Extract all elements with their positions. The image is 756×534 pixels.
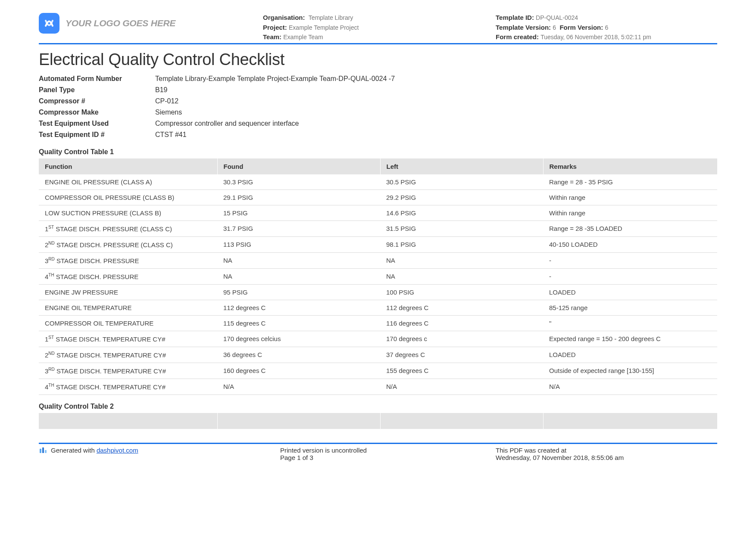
template-version-value: 6 bbox=[553, 24, 556, 31]
table-row: COMPRESSOR OIL TEMPERATURE115 degrees C1… bbox=[39, 315, 717, 331]
table-row: ENGINE OIL TEMPERATURE112 degrees C112 d… bbox=[39, 300, 717, 315]
footer-generated-prefix: Generated with bbox=[51, 447, 97, 454]
cell-remarks: 40-150 LOADED bbox=[543, 236, 717, 252]
quality-control-table-2 bbox=[39, 413, 717, 429]
cell-left: 170 degrees c bbox=[380, 331, 543, 347]
header: YOUR LOGO GOES HERE Organisation: Templa… bbox=[39, 13, 717, 44]
cell-remarks: - bbox=[543, 268, 717, 284]
col-blank-2 bbox=[217, 413, 380, 429]
project-value: Example Template Project bbox=[289, 24, 359, 31]
page-title: Electrical Quality Control Checklist bbox=[39, 50, 717, 69]
cell-left: 98.1 PSIG bbox=[380, 236, 543, 252]
col-remarks: Remarks bbox=[543, 158, 717, 174]
cell-found: 29.1 PSIG bbox=[217, 189, 380, 205]
cell-left: 29.2 PSIG bbox=[380, 189, 543, 205]
cell-remarks: Within range bbox=[543, 189, 717, 205]
info-row: Test Equipment UsedCompressor controller… bbox=[39, 118, 717, 129]
cell-function: 3RD STAGE DISCH. TEMPERATURE CY# bbox=[39, 363, 217, 379]
info-row: Automated Form NumberTemplate Library-Ex… bbox=[39, 73, 717, 84]
team-label: Team: bbox=[263, 33, 281, 40]
cell-left: 112 degrees C bbox=[380, 300, 543, 315]
cell-function: ENGINE JW PRESSURE bbox=[39, 284, 217, 300]
cell-function: ENGINE OIL TEMPERATURE bbox=[39, 300, 217, 315]
footer-created-label: This PDF was created at bbox=[496, 447, 717, 454]
cell-remarks: Range = 28 -35 LOADED bbox=[543, 220, 717, 236]
cell-left: N/A bbox=[380, 379, 543, 394]
cell-left: 14.6 PSIG bbox=[380, 205, 543, 220]
org-label: Organisation: bbox=[263, 14, 305, 21]
info-value: CTST #41 bbox=[155, 131, 717, 139]
quality-control-table-1: Function Found Left Remarks ENGINE OIL P… bbox=[39, 158, 717, 395]
cell-left: 100 PSIG bbox=[380, 284, 543, 300]
table-row: ENGINE JW PRESSURE95 PSIG100 PSIGLOADED bbox=[39, 284, 717, 300]
col-blank-1 bbox=[39, 413, 217, 429]
cell-remarks: Range = 28 - 35 PSIG bbox=[543, 174, 717, 190]
team-value: Example Team bbox=[283, 34, 323, 40]
cell-found: 170 degrees celcius bbox=[217, 331, 380, 347]
info-value: Compressor controller and sequencer inte… bbox=[155, 120, 717, 127]
footer-generated: Generated with dashpivot.com bbox=[39, 447, 280, 461]
table-row: COMPRESSOR OIL PRESSURE (CLASS B)29.1 PS… bbox=[39, 189, 717, 205]
cell-found: 30.3 PSIG bbox=[217, 174, 380, 190]
template-id-value: DP-QUAL-0024 bbox=[536, 14, 578, 21]
cell-found: NA bbox=[217, 268, 380, 284]
info-label: Automated Form Number bbox=[39, 75, 155, 83]
cell-found: N/A bbox=[217, 379, 380, 394]
form-created-label: Form created: bbox=[496, 33, 539, 40]
cell-function: 4TH STAGE DISCH. TEMPERATURE CY# bbox=[39, 379, 217, 394]
template-id-label: Template ID: bbox=[496, 14, 534, 21]
col-left: Left bbox=[380, 158, 543, 174]
cell-function: 2ND STAGE DISCH. PRESSURE (CLASS C) bbox=[39, 236, 217, 252]
svg-rect-1 bbox=[42, 447, 44, 453]
table-row: 2ND STAGE DISCH. TEMPERATURE CY#36 degre… bbox=[39, 347, 717, 363]
info-value: B19 bbox=[155, 86, 717, 94]
footer-page-info: Printed version is uncontrolled Page 1 o… bbox=[280, 447, 496, 461]
template-version-label: Template Version: bbox=[496, 24, 551, 31]
cell-found: 113 PSIG bbox=[217, 236, 380, 252]
form-version-label: Form Version: bbox=[559, 24, 603, 31]
info-value: CP-012 bbox=[155, 97, 717, 105]
table-row: ENGINE OIL PRESSURE (CLASS A)30.3 PSIG30… bbox=[39, 174, 717, 190]
table-row: 3RD STAGE DISCH. TEMPERATURE CY#160 degr… bbox=[39, 363, 717, 379]
cell-function: 3RD STAGE DISCH. PRESSURE bbox=[39, 252, 217, 268]
footer-created: This PDF was created at Wednesday, 07 No… bbox=[496, 447, 717, 461]
logo-text: YOUR LOGO GOES HERE bbox=[66, 18, 175, 28]
cell-found: NA bbox=[217, 252, 380, 268]
cell-remarks: LOADED bbox=[543, 284, 717, 300]
logo-block: YOUR LOGO GOES HERE bbox=[39, 13, 263, 34]
org-value: Template Library bbox=[309, 14, 353, 21]
cell-found: 15 PSIG bbox=[217, 205, 380, 220]
table-row: 1ST STAGE DISCH. TEMPERATURE CY#170 degr… bbox=[39, 331, 717, 347]
footer-generated-link[interactable]: dashpivot.com bbox=[97, 447, 138, 454]
cell-found: 112 degrees C bbox=[217, 300, 380, 315]
project-label: Project: bbox=[263, 24, 287, 31]
footer-uncontrolled: Printed version is uncontrolled bbox=[280, 447, 496, 454]
cell-found: 160 degrees C bbox=[217, 363, 380, 379]
cell-found: 36 degrees C bbox=[217, 347, 380, 363]
cell-function: COMPRESSOR OIL PRESSURE (CLASS B) bbox=[39, 189, 217, 205]
header-meta-right: Template ID: DP-QUAL-0024 Template Versi… bbox=[496, 13, 717, 42]
info-label: Compressor # bbox=[39, 97, 155, 105]
cell-remarks: LOADED bbox=[543, 347, 717, 363]
cell-remarks: - bbox=[543, 252, 717, 268]
cell-left: 155 degrees C bbox=[380, 363, 543, 379]
info-row: Test Equipment ID #CTST #41 bbox=[39, 129, 717, 140]
svg-rect-2 bbox=[45, 450, 47, 453]
cell-found: 31.7 PSIG bbox=[217, 220, 380, 236]
cell-left: 37 degrees C bbox=[380, 347, 543, 363]
info-value: Template Library-Example Template Projec… bbox=[155, 75, 717, 83]
info-row: Panel TypeB19 bbox=[39, 84, 717, 96]
form-version-value: 6 bbox=[605, 24, 608, 31]
cell-left: 30.5 PSIG bbox=[380, 174, 543, 190]
cell-function: LOW SUCTION PRESSURE (CLASS B) bbox=[39, 205, 217, 220]
cell-remarks: Outside of expected range [130-155] bbox=[543, 363, 717, 379]
col-function: Function bbox=[39, 158, 217, 174]
cell-left: NA bbox=[380, 268, 543, 284]
table1-title: Quality Control Table 1 bbox=[39, 148, 717, 156]
cell-left: 116 degrees C bbox=[380, 315, 543, 331]
form-created-value: Tuesday, 06 November 2018, 5:02:11 pm bbox=[540, 34, 651, 40]
cell-function: COMPRESSOR OIL TEMPERATURE bbox=[39, 315, 217, 331]
col-blank-4 bbox=[543, 413, 717, 429]
info-row: Compressor MakeSiemens bbox=[39, 107, 717, 118]
dashpivot-icon bbox=[39, 447, 47, 455]
